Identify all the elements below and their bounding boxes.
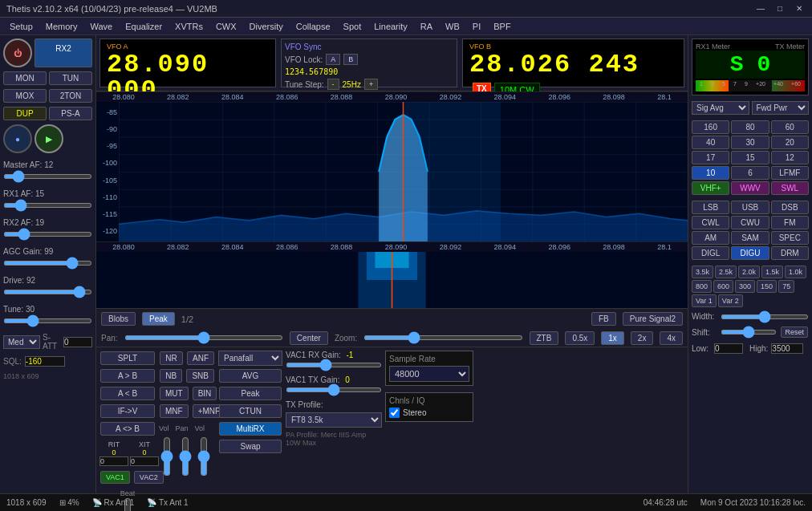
tune-step-plus[interactable]: +	[364, 79, 378, 90]
zoom-1x[interactable]: 1x	[601, 331, 624, 345]
band-30[interactable]: 30	[731, 136, 769, 149]
menu-wave[interactable]: Wave	[83, 20, 119, 33]
master-af-slider[interactable]	[3, 174, 92, 179]
fwd-pwr-select[interactable]: Fwd Pwr	[752, 101, 810, 115]
band-40[interactable]: 40	[692, 136, 729, 149]
menu-ra[interactable]: RA	[414, 20, 439, 33]
tx-profile-select[interactable]: FT8 3.5k	[286, 412, 382, 428]
stereo-checkbox[interactable]	[389, 408, 400, 418]
sig-avg-select[interactable]: Sig Avg	[692, 101, 749, 115]
filter-15k[interactable]: 1.5k	[761, 266, 783, 278]
vfo-b-frequency[interactable]: 28.026 243	[469, 52, 677, 78]
filter-300[interactable]: 300	[735, 280, 755, 293]
mode-digl[interactable]: DIGL	[692, 246, 729, 260]
mode-lsb[interactable]: LSB	[692, 201, 729, 214]
bin-button[interactable]: BIN	[193, 387, 217, 400]
filter-var1[interactable]: Var 1	[692, 294, 717, 307]
zoom-05x[interactable]: 0.5x	[565, 331, 595, 345]
anf-button[interactable]: ANF	[187, 351, 214, 365]
band-20[interactable]: 20	[771, 136, 809, 149]
menu-xvtrs[interactable]: XVTRs	[168, 20, 209, 33]
menu-linearity[interactable]: Linearity	[367, 20, 414, 33]
mode-digu[interactable]: DIGU	[731, 246, 769, 260]
filter-20k[interactable]: 2.0k	[738, 266, 760, 278]
tune-slider[interactable]	[3, 318, 92, 323]
menu-cwx[interactable]: CWX	[209, 20, 243, 33]
mode-fm[interactable]: FM	[771, 216, 809, 229]
agc-select[interactable]: MedFastSlow	[3, 335, 40, 349]
blobs-button[interactable]: Blobs	[101, 312, 136, 326]
mon-button[interactable]: MON	[3, 71, 47, 85]
reset-button[interactable]: Reset	[781, 326, 808, 338]
zoom-2x[interactable]: 2x	[631, 331, 654, 345]
tune-step-minus[interactable]: -	[327, 79, 339, 90]
band-12[interactable]: 12	[771, 151, 809, 164]
pan-slider2[interactable]	[177, 436, 193, 477]
display-mode-select[interactable]: PanafallPanadapterWaterfall	[218, 351, 282, 366]
drive-slider[interactable]	[3, 290, 92, 294]
vfo-a-button[interactable]: A	[326, 54, 340, 65]
width-slider[interactable]	[721, 314, 809, 319]
nr-button[interactable]: NR	[160, 351, 183, 365]
avg-button[interactable]: AVG	[219, 369, 282, 383]
a-xchg-b-button[interactable]: A <> B	[100, 422, 155, 436]
band-17[interactable]: 17	[692, 151, 729, 164]
zoom-4x[interactable]: 4x	[660, 331, 683, 345]
sql-input[interactable]	[25, 356, 65, 367]
minimize-button[interactable]: —	[754, 2, 767, 15]
splt-button[interactable]: SPLT	[100, 351, 155, 365]
if-v-button[interactable]: IF->V	[100, 404, 155, 418]
filter-600[interactable]: 600	[713, 280, 733, 293]
vac1-tx-gain-slider[interactable]	[286, 387, 382, 392]
peak-button[interactable]: Peak	[142, 312, 175, 326]
sample-rate-select[interactable]: 4800096000192000	[389, 366, 469, 382]
menu-memory[interactable]: Memory	[39, 20, 84, 33]
spectrum-area[interactable]: -85 -90 -95 -100 -105 -110 -115 -120	[96, 102, 688, 241]
record-button[interactable]: ●	[3, 124, 32, 153]
band-60[interactable]: 60	[771, 120, 809, 134]
menu-pi[interactable]: PI	[466, 20, 487, 33]
shift-slider[interactable]	[721, 330, 777, 335]
filter-var2[interactable]: Var 2	[718, 294, 743, 307]
pure-signal-button[interactable]: Pure Signal2	[623, 312, 683, 326]
zoom-slider[interactable]	[363, 335, 522, 340]
filter-75[interactable]: 75	[778, 280, 794, 293]
mnf-button[interactable]: MNF	[160, 404, 189, 418]
ctun-button[interactable]: CTUN	[219, 404, 282, 418]
menu-setup[interactable]: Setup	[3, 20, 39, 33]
rit-input[interactable]	[99, 456, 128, 466]
psa-button[interactable]: PS-A	[49, 107, 92, 120]
band-wwv[interactable]: WWV	[731, 181, 769, 195]
agc-gain-slider[interactable]	[3, 261, 92, 266]
filter-10k[interactable]: 1.0k	[785, 266, 806, 278]
mode-usb[interactable]: USB	[731, 201, 769, 214]
twotone-button[interactable]: 2TON	[49, 89, 92, 103]
xit-input[interactable]	[130, 456, 159, 466]
band-160[interactable]: 160	[692, 120, 729, 134]
menu-spot[interactable]: Spot	[337, 20, 368, 33]
ztb-button[interactable]: ZTB	[530, 331, 559, 345]
high-input[interactable]	[771, 343, 803, 354]
band-lfmf[interactable]: LFMF	[771, 166, 809, 180]
band-10[interactable]: 10	[692, 166, 729, 180]
pan-slider[interactable]	[124, 335, 283, 340]
band-15[interactable]: 15	[731, 151, 769, 164]
vfo-b-button[interactable]: B	[343, 54, 358, 65]
power-button[interactable]: ⏻	[3, 39, 32, 67]
tun-button[interactable]: TUN	[49, 71, 92, 85]
menu-equalizer[interactable]: Equalizer	[119, 20, 168, 33]
dup-button[interactable]: DUP	[3, 107, 47, 120]
multi-rx-button[interactable]: MultiRX	[219, 422, 282, 436]
band-swl[interactable]: SWL	[771, 181, 809, 195]
mode-cwl[interactable]: CWL	[692, 216, 729, 229]
band-6[interactable]: 6	[731, 166, 769, 180]
filter-35k[interactable]: 3.5k	[692, 266, 713, 278]
menu-collapse[interactable]: Collapse	[290, 20, 337, 33]
mode-drm[interactable]: DRM	[771, 246, 809, 260]
a-less-b-button[interactable]: A < B	[100, 387, 155, 400]
low-input[interactable]	[714, 343, 743, 354]
fb-button[interactable]: FB	[591, 312, 616, 326]
band-80[interactable]: 80	[731, 120, 769, 134]
vol-slider[interactable]	[159, 436, 175, 477]
vol2-slider[interactable]	[196, 436, 212, 477]
